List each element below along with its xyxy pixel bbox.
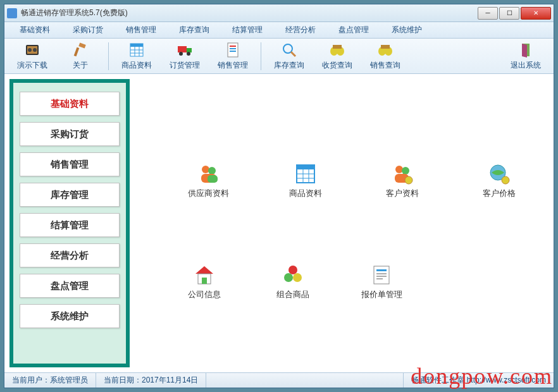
svg-rect-48	[202, 278, 207, 284]
main-panel: 供应商资料 商品资料 客户资料 客户价格 公司信息	[135, 74, 554, 372]
cell-supplier[interactable]: 供应商资料	[164, 162, 253, 199]
menu-purchase[interactable]: 采购订货	[61, 22, 115, 38]
svg-point-3	[33, 48, 37, 52]
cell-customers[interactable]: 客户资料	[358, 162, 447, 199]
grid-icon	[128, 41, 146, 59]
menu-system[interactable]: 系统维护	[380, 22, 433, 38]
toolbar-separator	[108, 42, 109, 70]
icon-row-2: 公司信息 组合商品 报价单管理	[160, 264, 547, 300]
svg-rect-19	[230, 51, 236, 52]
menu-settlement[interactable]: 结算管理	[221, 22, 274, 38]
toolbar-products[interactable]: 商品资料	[114, 40, 159, 72]
maximize-button[interactable]: ☐	[499, 7, 519, 20]
svg-point-45	[502, 176, 509, 184]
svg-point-43	[405, 176, 412, 184]
grid-icon	[294, 162, 317, 185]
titlebar: 畅通进销存管理系统5.7(免费版) ─ ☐ ✕	[4, 4, 554, 22]
svg-point-20	[283, 44, 292, 53]
toolbar: 演示下载 关于 商品资料 订货管理 销售管理 库存查询 收货查询	[4, 39, 554, 74]
toolbar-order[interactable]: 订货管理	[162, 40, 208, 72]
film-icon	[23, 41, 41, 59]
binoc-icon	[328, 41, 346, 59]
status-date: 当前日期： 2017年11月14日	[96, 373, 206, 388]
cell-quotation[interactable]: 报价单管理	[337, 264, 426, 300]
menu-analysis[interactable]: 经营分析	[274, 22, 327, 38]
status-vendor: 畅通软件工作室 http://www.zsctsoft.com	[404, 373, 554, 388]
sidebar-item-system[interactable]: 系统维护	[20, 304, 120, 328]
svg-rect-12	[178, 46, 187, 52]
hammer-icon	[71, 41, 89, 59]
search-icon	[280, 41, 298, 59]
sidebar-item-inventory[interactable]: 库存管理	[20, 183, 120, 207]
svg-rect-35	[297, 165, 314, 169]
svg-point-2	[28, 48, 32, 52]
svg-point-14	[179, 52, 183, 56]
balls-icon	[282, 264, 304, 286]
truck-icon	[176, 41, 194, 59]
people-gear-icon	[391, 162, 414, 185]
toolbar-about[interactable]: 关于	[58, 40, 103, 72]
content-area: 基础资料 采购订货 销售管理 库存管理 结算管理 经营分析 盘点管理 系统维护 …	[4, 74, 554, 372]
window-controls: ─ ☐ ✕	[478, 7, 551, 20]
menu-sales[interactable]: 销售管理	[115, 22, 168, 38]
svg-rect-24	[333, 45, 342, 49]
icon-row-1: 供应商资料 商品资料 客户资料 客户价格	[160, 162, 547, 199]
svg-line-21	[291, 52, 295, 56]
svg-rect-33	[208, 175, 218, 183]
house-icon	[193, 264, 216, 286]
toolbar-exit[interactable]: 退出系统	[503, 40, 549, 72]
status-user: 当前用户： 系统管理员	[4, 373, 96, 388]
close-button[interactable]: ✕	[521, 7, 551, 20]
svg-rect-16	[228, 43, 238, 57]
toolbar-demo[interactable]: 演示下载	[9, 40, 55, 72]
svg-point-41	[402, 167, 409, 175]
svg-rect-18	[230, 48, 236, 49]
window-title: 畅通进销存管理系统5.7(免费版)	[21, 8, 478, 18]
sidebar-item-analysis[interactable]: 经营分析	[20, 243, 120, 267]
menubar: 基础资料 采购订货 销售管理 库存查询 结算管理 经营分析 盘点管理 系统维护	[4, 22, 554, 39]
people-icon	[197, 162, 220, 185]
svg-rect-55	[376, 276, 387, 277]
cell-customer-price[interactable]: 客户价格	[455, 162, 543, 199]
svg-rect-54	[376, 273, 387, 274]
svg-rect-5	[74, 47, 80, 57]
svg-point-50	[284, 273, 293, 282]
toolbar-separator	[261, 42, 261, 70]
app-window: 畅通进销存管理系统5.7(免费版) ─ ☐ ✕ 基础资料 采购订货 销售管理 库…	[4, 4, 554, 388]
svg-marker-46	[195, 266, 213, 274]
minimize-button[interactable]: ─	[478, 7, 498, 20]
door-icon	[517, 41, 535, 59]
menu-inventory[interactable]: 库存查询	[168, 22, 221, 38]
sidebar-item-purchase[interactable]: 采购订货	[20, 122, 120, 146]
sheet-icon	[370, 264, 393, 286]
doc-icon	[224, 41, 242, 59]
cell-combo-products[interactable]: 组合商品	[249, 264, 337, 300]
toolbar-sales[interactable]: 销售管理	[210, 40, 256, 72]
svg-rect-52	[374, 266, 389, 284]
toolbar-inventory-query[interactable]: 库存查询	[266, 40, 312, 72]
svg-rect-27	[381, 45, 390, 49]
sidebar-item-basedata[interactable]: 基础资料	[20, 92, 120, 116]
svg-point-15	[187, 52, 190, 56]
cell-products[interactable]: 商品资料	[261, 162, 350, 199]
svg-point-31	[208, 167, 216, 175]
cell-company[interactable]: 公司信息	[160, 264, 249, 300]
svg-point-30	[202, 166, 209, 173]
globe-gear-icon	[488, 162, 511, 185]
svg-point-49	[288, 266, 297, 274]
sidebar-item-stocktake[interactable]: 盘点管理	[20, 274, 120, 298]
sidebar-item-settlement[interactable]: 结算管理	[20, 213, 120, 237]
svg-marker-29	[522, 44, 527, 58]
toolbar-sales-query[interactable]: 销售查询	[363, 40, 408, 72]
menu-stocktake[interactable]: 盘点管理	[327, 22, 380, 38]
menu-basedata[interactable]: 基础资料	[8, 22, 61, 38]
toolbar-receive-query[interactable]: 收货查询	[314, 40, 360, 72]
sidebar-item-sales[interactable]: 销售管理	[20, 152, 120, 176]
statusbar: 当前用户： 系统管理员 当前日期： 2017年11月14日 畅通软件工作室 ht…	[4, 372, 554, 388]
svg-rect-17	[230, 46, 236, 47]
svg-rect-7	[130, 44, 143, 47]
binoc-icon	[376, 41, 394, 59]
svg-rect-13	[187, 48, 192, 52]
svg-point-51	[293, 273, 302, 282]
app-icon	[7, 8, 17, 18]
